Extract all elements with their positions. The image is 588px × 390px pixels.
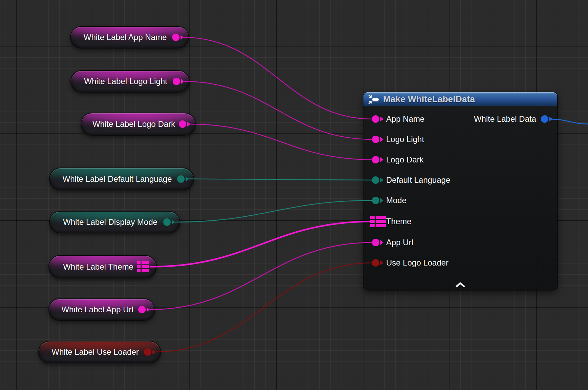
output-pin-row: White Label Data [474, 113, 548, 125]
struct-pin-block [376, 224, 386, 227]
pin-slot [370, 257, 386, 269]
struct-pin-block [142, 265, 149, 268]
struct-pin-block [370, 220, 375, 223]
in-default-language-row: Default Language [370, 174, 450, 186]
in-mode-row: Mode [370, 195, 406, 206]
node-header[interactable]: Make WhiteLabelData [363, 92, 557, 106]
chevron-up-icon [455, 282, 465, 288]
variable-label: White Label App Name [71, 33, 188, 42]
variable-label: White Label Display Mode [50, 217, 180, 227]
var-app-name-node[interactable]: White Label App Name [70, 26, 189, 48]
node-title: Make WhiteLabelData [383, 94, 475, 104]
in-logo-dark-label: Logo Dark [386, 155, 424, 164]
in-theme-row: Theme [370, 216, 412, 227]
var-logo-dark-node[interactable]: White Label Logo Dark [81, 113, 196, 136]
pin-slot [370, 237, 386, 248]
variable-label: White Label Logo Light [71, 77, 189, 86]
struct-pin-block [376, 220, 386, 223]
in-logo-light-pin[interactable] [372, 136, 379, 143]
var-use-loader-output-pin[interactable] [144, 348, 151, 356]
pin-slot [370, 134, 386, 145]
var-default-language-output-pin[interactable] [177, 175, 185, 183]
pin-slot [370, 174, 386, 186]
in-use-logo-loader-label: Use Logo Loader [386, 258, 448, 268]
pin-slot [370, 113, 386, 125]
struct-pin-block [376, 216, 386, 219]
in-app-name-label: App Name [386, 114, 424, 124]
in-default-language-label: Default Language [386, 175, 450, 185]
in-app-url-label: App Url [386, 238, 413, 247]
in-mode-label: Mode [386, 196, 406, 205]
make-whitelabeldata-node[interactable]: Make WhiteLabelData App NameLogo LightLo… [363, 92, 557, 290]
in-logo-dark-pin[interactable] [372, 156, 379, 163]
variable-label: White Label Default Language [50, 174, 193, 184]
var-app-url-node[interactable]: White Label App Url [48, 298, 155, 321]
in-app-name-pin[interactable] [372, 115, 379, 123]
pin-slot [370, 195, 386, 206]
in-theme-label: Theme [386, 217, 412, 226]
in-default-language-pin[interactable] [372, 176, 379, 184]
var-use-loader-node[interactable]: White Label Use Loader [38, 341, 161, 363]
output-pin-label: White Label Data [474, 114, 536, 124]
in-logo-light-label: Logo Light [386, 135, 424, 144]
var-display-mode-node[interactable]: White Label Display Mode [49, 211, 180, 233]
struct-pin-block [137, 265, 141, 268]
variable-label: White Label Use Loader [39, 347, 160, 357]
var-default-language-node[interactable]: White Label Default Language [49, 168, 194, 190]
struct-pin-block [142, 261, 149, 264]
variable-label: White Label Logo Dark [81, 119, 195, 129]
white-label-data-output-pin[interactable] [541, 115, 548, 123]
in-app-name-row: App Name [370, 113, 424, 125]
in-theme-pin[interactable] [370, 216, 386, 227]
pin-slot [370, 216, 386, 227]
in-logo-light-row: Logo Light [370, 134, 424, 145]
var-logo-dark-output-pin[interactable] [179, 120, 186, 128]
struct-pin-block [370, 216, 375, 219]
var-logo-light-output-pin[interactable] [173, 78, 180, 85]
pin-slot [370, 154, 386, 165]
node-layer: Make WhiteLabelData App NameLogo LightLo… [0, 0, 588, 390]
var-logo-light-node[interactable]: White Label Logo Light [70, 70, 190, 93]
blueprint-graph-canvas[interactable]: Make WhiteLabelData App NameLogo LightLo… [0, 0, 588, 390]
in-mode-pin[interactable] [372, 197, 379, 204]
collapse-node-button[interactable] [455, 282, 465, 288]
make-struct-icon [368, 94, 380, 104]
struct-pin-block [370, 224, 375, 227]
in-logo-dark-row: Logo Dark [370, 154, 424, 165]
struct-pin-block [137, 261, 141, 264]
var-display-mode-output-pin[interactable] [163, 218, 171, 226]
var-theme-output-pin[interactable] [137, 261, 149, 273]
struct-pin-block [137, 269, 141, 272]
struct-pin-block [142, 269, 149, 272]
var-app-name-output-pin[interactable] [172, 34, 180, 41]
in-use-logo-loader-pin[interactable] [372, 259, 379, 267]
in-app-url-pin[interactable] [372, 239, 379, 246]
var-theme-node[interactable]: White Label Theme [48, 255, 157, 278]
var-app-url-output-pin[interactable] [138, 306, 146, 313]
in-app-url-row: App Url [370, 237, 413, 248]
in-use-logo-loader-row: Use Logo Loader [370, 257, 448, 269]
